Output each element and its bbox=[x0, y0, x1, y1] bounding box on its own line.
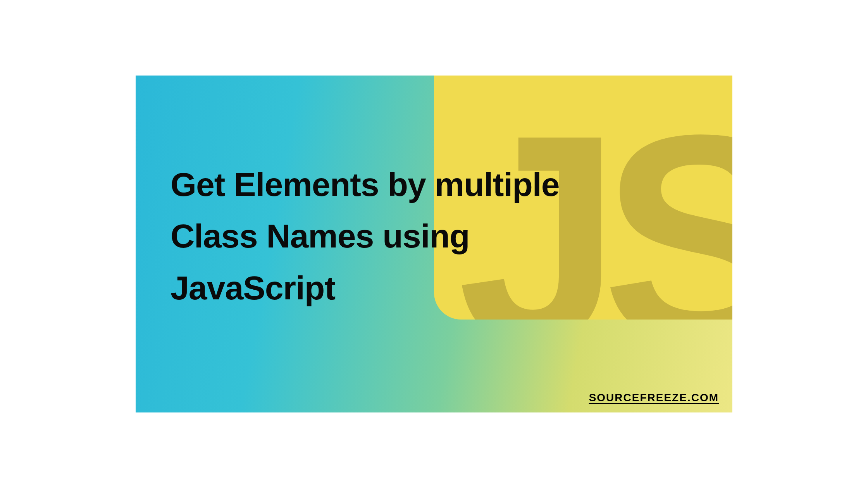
source-attribution: SOURCEFREEZE.COM bbox=[589, 392, 719, 404]
banner-card: JS Get Elements by multiple Class Names … bbox=[136, 76, 732, 412]
article-title: Get Elements by multiple Class Names usi… bbox=[170, 159, 636, 314]
